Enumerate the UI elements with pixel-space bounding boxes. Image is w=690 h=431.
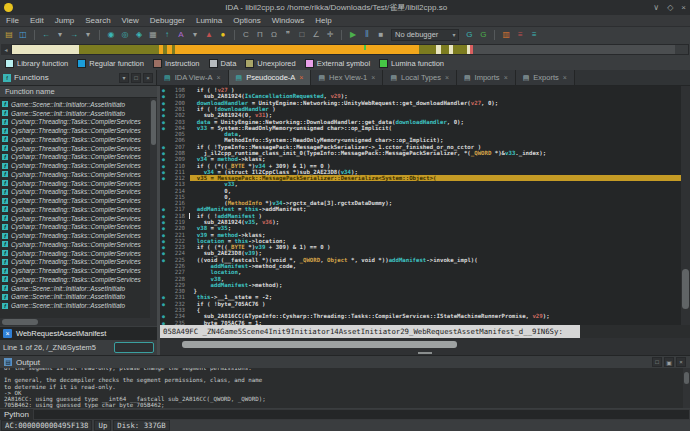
function-list-item[interactable]: fCysharp::Threading::Tasks::CompilerServ… [2,214,149,223]
tab-close-icon[interactable]: × [216,74,220,81]
close-icon[interactable]: × [681,3,686,12]
tab-close-icon[interactable]: × [371,74,375,81]
array-icon[interactable]: □ [296,29,308,41]
tab-close-icon[interactable]: × [504,74,508,81]
function-filter-input[interactable]: WebRequestAssetManifest [16,329,106,338]
code-line[interactable]: ●224 sub_2AE23D8(v39); [160,250,681,256]
start-debug-icon[interactable]: ▶ [347,29,359,41]
jump-address-icon[interactable]: ▦ [147,29,159,41]
code-line[interactable]: 233 { [160,307,681,313]
panel-close-icon[interactable]: × [143,73,153,83]
menu-debugger[interactable]: Debugger [150,16,185,25]
code-line[interactable]: 205 data, [160,131,681,137]
tab-imports[interactable]: ▤Imports× [457,70,516,85]
string-icon[interactable]: ❞ [282,29,294,41]
output-float-icon[interactable]: ▣ [664,357,674,367]
function-list-item[interactable]: fCysharp::Threading::Tasks::CompilerServ… [2,205,149,214]
menu-edit[interactable]: Edit [30,16,44,25]
navigation-band[interactable] [11,44,689,55]
code-line[interactable]: ●202 sub_2A81924(0, v31); [160,112,681,118]
function-name-column-header[interactable]: Function name [0,86,157,98]
code-line[interactable]: 226 addManifest->method_code, [160,263,681,269]
function-list-item[interactable]: fCysharp::Threading::Tasks::CompilerServ… [2,266,149,275]
code-line[interactable]: ●200 downloadHandler = UnityEngine::Netw… [160,100,681,106]
function-list-item[interactable]: fGame::Scene::Init::Initiator::AssetInit… [2,293,149,302]
menu-jump[interactable]: Jump [55,16,75,25]
output-log[interactable]: of the segment is not read-only, please … [0,368,690,408]
function-list-item[interactable]: fCysharp::Threading::Tasks::CompilerServ… [2,118,149,127]
function-list-item[interactable]: fCysharp::Threading::Tasks::CompilerServ… [2,188,149,197]
patch-icon[interactable]: Π [254,29,266,41]
code-line[interactable]: ●222 location = this->location; [160,238,681,244]
function-status-button[interactable] [114,342,154,353]
struct-icon[interactable]: ✛ [324,29,336,41]
jump-up-icon[interactable]: ↑ [161,29,173,41]
function-list-item[interactable]: fGame::Scene::Init::Initiator::AssetInit… [2,284,149,293]
code-line[interactable]: 206 MethodInfo::System::ReadOnlyMemory<u… [160,137,681,143]
panel-menu-icon[interactable]: ▾ [119,73,129,83]
code-line[interactable]: ●221 v39 = method->klass; [160,231,681,237]
jump-name-icon[interactable]: ◎ [119,29,131,41]
function-list-vscroll-thumb[interactable] [151,100,156,145]
code-line[interactable]: ●209 v34 = method->klass; [160,156,681,162]
output-close-icon[interactable]: × [676,357,686,367]
code-line[interactable]: ●210 if ( (*((_BYTE *)v34 + 309) & 1) ==… [160,162,681,168]
code-line[interactable]: ●204 v33 = System::ReadOnlyMemory<unsign… [160,125,681,131]
minimize-icon[interactable]: ∨ [653,3,659,12]
code-line[interactable]: 216 (MethodInfo *)v34->rgctx_data[3].rgc… [160,200,681,206]
menu-windows[interactable]: Windows [272,16,304,25]
menu-view[interactable]: View [122,16,139,25]
function-list-item[interactable]: fCysharp::Threading::Tasks::CompilerServ… [2,231,149,240]
output-vscroll-thumb[interactable] [684,372,689,384]
code-line[interactable]: ●218 if ( !addManifest ) [160,213,681,219]
tab-exports[interactable]: ▤Exports× [516,70,575,85]
comment-icon[interactable]: C [240,29,252,41]
output-splitter-grip[interactable] [418,352,432,354]
code-line[interactable]: 213 v33, [160,181,681,187]
pseudocode-view[interactable]: ●198 if ( !v27 )●199 sub_2A81924(IsCance… [160,86,690,325]
cli-language-label[interactable]: Python [0,410,33,419]
code-line[interactable]: ●207 if ( !TypeInfo::MessagePack::Messag… [160,144,681,150]
function-list-item[interactable]: fCysharp::Threading::Tasks::CompilerServ… [2,170,149,179]
menu-help[interactable]: Help [315,16,331,25]
clear-filter-icon[interactable]: × [3,329,12,338]
maximize-icon[interactable]: ◇ [667,3,673,12]
code-line[interactable]: 228 v38, [160,275,681,281]
function-list-item[interactable]: fCysharp::Threading::Tasks::CompilerServ… [2,153,149,162]
function-list-vscrollbar[interactable] [150,98,157,318]
rename-dropdown-icon[interactable]: ▾ [189,29,201,41]
code-line[interactable]: ●199 sub_2A81924(IsCancellationRequested… [160,93,681,99]
tab-hex-view-1[interactable]: ▤Hex View-1× [311,70,383,85]
code-line[interactable]: ●220 v38 = v35; [160,225,681,231]
code-line[interactable]: ●235 byte_705AC76 = 1; [160,319,681,325]
cli-input[interactable] [33,409,690,420]
code-line[interactable]: 229 addManifest->method); [160,282,681,288]
code-line[interactable]: 227 location, [160,269,681,275]
code-line[interactable]: ●225 ((void (__fastcall *)(void *, _QWOR… [160,257,681,263]
code-hscroll-thumb[interactable] [182,341,457,348]
options-icon[interactable]: G [477,29,489,41]
code-line[interactable]: ●234 sub_2A816CC(&TypeInfo::Cysharp::Thr… [160,313,681,319]
function-list-item[interactable]: fCysharp::Threading::Tasks::CompilerServ… [2,179,149,188]
function-list-item[interactable]: fCysharp::Threading::Tasks::CompilerServ… [2,249,149,258]
output-minimize-icon[interactable]: □ [652,357,662,367]
tab-local-types[interactable]: ▤Local Types× [383,70,457,85]
function-list-hscrollbar[interactable] [0,318,157,326]
function-list-item[interactable]: fCysharp::Threading::Tasks::CompilerServ… [2,196,149,205]
tab-close-icon[interactable]: × [445,74,449,81]
list-red-icon[interactable]: ≡ [514,29,526,41]
attach-icon[interactable]: G [463,29,475,41]
function-list-item[interactable]: fCysharp::Threading::Tasks::CompilerServ… [2,135,149,144]
code-line[interactable]: ●217 addManifest = this->addManifest; [160,206,681,212]
symbol-icon[interactable]: Ω [268,29,280,41]
problems-icon[interactable]: ▲ [203,29,215,41]
function-list-item[interactable]: fCysharp::Threading::Tasks::CompilerServ… [2,161,149,170]
windows-icon[interactable]: ▥ [500,29,512,41]
output-vscrollbar[interactable] [683,368,690,408]
open-file-icon[interactable]: ▤ [3,29,15,41]
jump-segment-icon[interactable]: ◈ [133,29,145,41]
code-line[interactable]: ●208 j_il2cpp_runtime_class_init_0(TypeI… [160,150,681,156]
menu-options[interactable]: Options [233,16,261,25]
code-line[interactable]: ●231 this->__1__state = -2; [160,294,681,300]
pause-debug-icon[interactable]: Ⅱ [361,29,373,41]
